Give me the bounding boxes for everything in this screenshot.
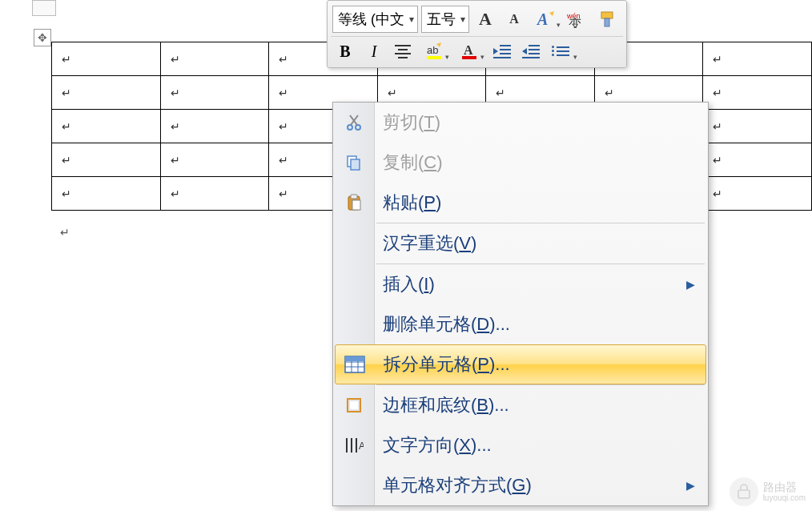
svg-text:变: 变 [569,17,581,28]
grow-font-button[interactable]: A [472,8,498,30]
cell-end-mark: ↵ [62,187,71,200]
menu-cell-alignment[interactable]: 单元格对齐方式(G) ▶ [333,465,708,505]
cell-end-mark: ↵ [713,187,722,200]
copy-icon [341,150,367,175]
cell-end-mark: ↵ [171,154,180,167]
shrink-font-button[interactable]: A [501,8,527,30]
table-cell[interactable]: ↵ [160,110,269,143]
cell-end-mark: ↵ [713,53,722,66]
cell-end-mark: ↵ [279,187,288,200]
table-cell[interactable]: ↵ [703,110,812,143]
menu-label: 拆分单元格(P)... [384,352,510,376]
svg-rect-10 [427,56,441,59]
submenu-arrow-icon: ▶ [686,278,695,291]
borders-icon [341,392,367,418]
menu-borders-shading[interactable]: 边框和底纹(B)... [333,385,708,425]
ruler-fragment [32,0,56,16]
context-menu: 剪切(T) 复制(C) 粘贴(P) 汉字重选(V) 插入(I) ▶ 删除单元格(… [332,102,709,506]
menu-label: 插入(I) [383,272,435,296]
cell-end-mark: ↵ [171,53,180,66]
table-cell[interactable]: ↵ [52,143,161,177]
menu-label: 文字方向(X)... [383,433,492,457]
svg-rect-37 [349,400,359,410]
blank-icon [341,272,367,297]
table-cell[interactable]: ↵ [160,76,269,110]
menu-paste[interactable]: 粘贴(P) [333,183,708,223]
cell-end-mark: ↵ [62,87,71,99]
menu-label: 剪切(T) [383,111,440,135]
svg-text:A: A [536,10,548,28]
blank-icon [341,473,367,498]
menu-label: 删除单元格(D)... [383,312,510,336]
cell-end-mark: ↵ [605,87,614,99]
font-size-select[interactable]: 五号 [421,6,469,33]
blank-icon [341,231,367,256]
font-name-select[interactable]: 等线 (中文 [332,6,418,33]
blank-icon [341,312,367,337]
cell-end-mark: ↵ [62,53,71,66]
menu-label: 单元格对齐方式(G) [383,473,532,497]
menu-cut[interactable]: 剪切(T) [333,103,708,143]
text-effects-button[interactable]: A [530,8,562,30]
svg-rect-29 [352,200,360,210]
cell-end-mark: ↵ [279,120,288,133]
table-cell[interactable]: ↵ [703,177,812,211]
svg-rect-26 [351,159,360,170]
table-cell[interactable]: ↵ [52,76,161,110]
bullets-button[interactable] [547,40,579,62]
menu-text-direction[interactable]: A 文字方向(X)... [333,425,708,465]
submenu-arrow-icon: ▶ [686,479,695,492]
table-cell[interactable]: ↵ [160,177,269,211]
italic-button[interactable]: I [361,40,387,62]
menu-reconvert[interactable]: 汉字重选(V) [333,223,708,264]
table-cell[interactable]: ↵ [703,143,812,177]
cell-end-mark: ↵ [279,53,288,66]
cell-end-mark: ↵ [62,120,71,133]
increase-indent-button[interactable] [518,40,544,62]
svg-rect-4 [605,18,609,26]
watermark-icon [730,477,758,506]
cell-end-mark: ↵ [62,154,71,167]
table-cell[interactable]: ↵ [160,143,269,177]
menu-label: 粘贴(P) [383,191,441,215]
svg-rect-3 [601,12,613,18]
menu-delete-cells[interactable]: 删除单元格(D)... [333,304,708,344]
watermark-title: 路由器 [763,481,806,493]
cell-end-mark: ↵ [171,120,180,133]
menu-insert[interactable]: 插入(I) ▶ [333,264,708,304]
text-direction-icon: A [341,433,367,458]
cell-end-mark: ↵ [279,154,288,167]
table-cell[interactable]: ↵ [703,76,812,110]
cell-end-mark: ↵ [171,87,180,99]
svg-text:A: A [464,43,473,57]
highlight-button[interactable]: ab [419,40,451,62]
format-painter-button[interactable] [594,8,621,30]
mini-toolbar: 等线 (中文 五号 A A A wén变 B I ab A [327,0,627,68]
svg-point-22 [356,125,360,130]
menu-split-cells[interactable]: 拆分单元格(P)... [335,344,706,384]
paste-icon [341,190,367,215]
svg-rect-12 [462,56,476,59]
decrease-indent-button[interactable] [489,40,515,62]
font-color-button[interactable]: A [454,40,486,62]
table-cell[interactable]: ↵ [160,42,269,76]
table-cell[interactable]: ↵ [52,42,161,76]
svg-text:A: A [359,441,364,452]
cut-icon [341,110,367,135]
svg-rect-42 [738,490,750,498]
watermark-url: luyouqi.com [763,493,806,502]
menu-copy[interactable]: 复制(C) [333,143,708,183]
align-center-button[interactable] [390,40,416,62]
cell-end-mark: ↵ [279,87,288,99]
table-cell[interactable]: ↵ [52,110,161,143]
table-cell[interactable]: ↵ [52,177,161,211]
bold-button[interactable]: B [332,40,358,62]
split-cells-icon [342,352,368,377]
svg-rect-28 [351,195,357,199]
menu-label: 复制(C) [383,151,443,175]
svg-rect-35 [345,356,364,361]
phonetic-guide-button[interactable]: wén变 [565,8,591,30]
cell-end-mark: ↵ [713,154,722,167]
table-cell[interactable]: ↵ [703,42,812,76]
table-move-handle[interactable]: ✥ [34,29,51,46]
